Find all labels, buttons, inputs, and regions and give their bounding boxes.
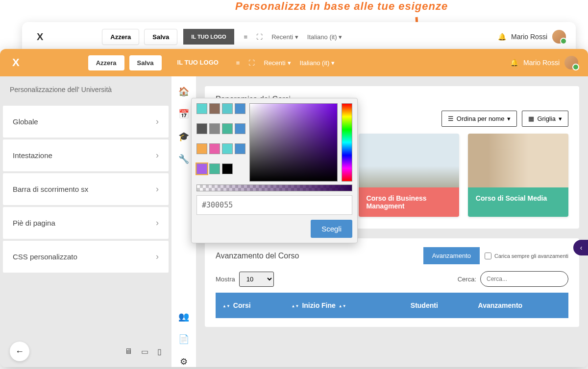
save-button-back[interactable]: Salva xyxy=(144,29,177,45)
language-dropdown[interactable]: Italiano (it) ▾ xyxy=(307,33,342,41)
card-image xyxy=(359,134,459,187)
hex-input[interactable] xyxy=(196,195,352,215)
chevron-right-icon: › xyxy=(156,116,159,127)
color-swatch[interactable] xyxy=(196,163,207,174)
color-swatch[interactable] xyxy=(209,103,220,114)
color-swatch[interactable] xyxy=(222,123,233,134)
show-select[interactable]: 10 xyxy=(239,272,274,287)
gear-icon[interactable]: ⚙ xyxy=(180,356,188,367)
color-swatch[interactable] xyxy=(222,163,233,174)
bell-icon[interactable]: 🔔 xyxy=(510,59,518,67)
username[interactable]: Mario Rossi xyxy=(511,33,547,41)
col-dates[interactable]: ▲▼Inizio Fine▲▼ xyxy=(286,294,404,317)
card-image xyxy=(468,134,568,187)
color-swatch[interactable] xyxy=(222,103,233,114)
alpha-slider[interactable] xyxy=(196,184,352,191)
username[interactable]: Mario Rossi xyxy=(523,59,560,67)
color-swatch[interactable] xyxy=(209,143,220,154)
col-courses[interactable]: ▲▼Corsi xyxy=(217,294,285,317)
color-swatch[interactable] xyxy=(196,103,207,114)
graduation-icon[interactable]: 🎓 xyxy=(178,131,189,142)
side-toggle[interactable]: ‹ xyxy=(573,240,588,255)
tablet-icon[interactable]: ▭ xyxy=(141,347,148,356)
fullscreen-icon[interactable]: ⛶ xyxy=(256,33,263,41)
back-button[interactable]: ← xyxy=(10,342,29,361)
progress-panel: Avanzamento del Corso Avanzamento Carica… xyxy=(205,238,579,327)
view-dropdown[interactable]: ▦ Griglia ▾ xyxy=(522,111,568,127)
color-swatch[interactable] xyxy=(222,143,233,154)
avatar[interactable] xyxy=(564,56,578,69)
reset-button-back[interactable]: Azzera xyxy=(102,29,139,45)
color-swatches xyxy=(196,103,245,182)
language-dropdown[interactable]: Italiano (it) ▾ xyxy=(300,59,335,67)
menu-icon[interactable]: ≡ xyxy=(244,33,248,41)
color-swatch[interactable] xyxy=(196,123,207,134)
always-load-checkbox[interactable]: Carica sempre gli avanzamenti xyxy=(485,253,568,259)
chevron-right-icon: › xyxy=(156,252,159,262)
logo-x-back: X xyxy=(37,31,43,43)
document-icon[interactable]: 📄 xyxy=(178,334,189,345)
avatar[interactable] xyxy=(552,30,566,44)
hue-slider[interactable] xyxy=(342,103,352,182)
search-label: Cerca: xyxy=(458,276,476,283)
sidebar: Personalizzazione dell' Università Globa… xyxy=(0,76,172,367)
course-card-social[interactable]: Corso di Social Media xyxy=(468,134,568,217)
card-title: Corso di Business Managment xyxy=(359,187,459,217)
wrench-icon[interactable]: 🔧 xyxy=(178,154,189,164)
course-card-business[interactable]: Corso di Business Managment xyxy=(359,134,459,217)
back-window-header: X Azzera Salva IL TUO LOGO ≡ ⛶ Recenti ▾… xyxy=(22,22,576,51)
fullscreen-icon[interactable]: ⛶ xyxy=(248,59,255,67)
chevron-right-icon: › xyxy=(156,150,159,161)
sidebar-item-header[interactable]: Intestazione› xyxy=(3,139,169,171)
annotation-text: Personalizza in base alle tue esigenze xyxy=(235,0,448,13)
chevron-right-icon: › xyxy=(156,218,159,228)
color-picker: Scegli xyxy=(191,98,358,243)
color-swatch[interactable] xyxy=(209,163,220,174)
header: X Azzera Salva IL TUO LOGO ≡ ⛶ Recenti ▾… xyxy=(0,49,588,76)
sidebar-item-footer[interactable]: Piè di pagina› xyxy=(3,207,169,239)
color-swatch[interactable] xyxy=(235,103,245,114)
calendar-icon[interactable]: 📅 xyxy=(178,109,189,119)
progress-title: Avanzamento del Corso xyxy=(216,252,299,260)
community-icon[interactable]: 👥 xyxy=(178,311,189,322)
sidebar-footer: ← 🖥 ▭ ▯ xyxy=(10,342,162,361)
sidebar-title: Personalizzazione dell' Università xyxy=(0,76,172,104)
reset-button[interactable]: Azzera xyxy=(88,55,124,70)
color-swatch[interactable] xyxy=(209,123,220,134)
bell-icon[interactable]: 🔔 xyxy=(498,33,506,41)
sidebar-item-css[interactable]: CSS personalizzato› xyxy=(3,241,169,273)
progress-button[interactable]: Avanzamento xyxy=(423,247,480,264)
sidebar-item-global[interactable]: Globale› xyxy=(3,106,169,138)
show-label: Mostra xyxy=(216,276,235,283)
progress-table: ▲▼Corsi ▲▼Inizio Fine▲▼ Studenti Avanzam… xyxy=(216,293,568,318)
recent-dropdown[interactable]: Recenti ▾ xyxy=(264,59,291,67)
mobile-icon[interactable]: ▯ xyxy=(157,347,162,356)
recent-dropdown[interactable]: Recenti ▾ xyxy=(271,33,298,41)
col-progress[interactable]: Avanzamento xyxy=(472,294,567,317)
sidebar-item-scrollbar[interactable]: Barra di scorrimento sx› xyxy=(3,173,169,205)
color-swatch[interactable] xyxy=(196,143,207,154)
logo-placeholder: IL TUO LOGO xyxy=(170,54,226,71)
home-icon[interactable]: 🏠 xyxy=(178,86,189,97)
desktop-icon[interactable]: 🖥 xyxy=(124,347,132,356)
sort-dropdown[interactable]: ☰ Ordina per nome ▾ xyxy=(441,111,517,127)
search-input[interactable] xyxy=(480,271,568,287)
color-swatch[interactable] xyxy=(235,123,245,134)
choose-button[interactable]: Scegli xyxy=(311,220,352,238)
col-students[interactable]: Studenti xyxy=(405,294,471,317)
logo-placeholder-back: IL TUO LOGO xyxy=(183,29,234,45)
gradient-area[interactable] xyxy=(249,103,338,182)
menu-icon[interactable]: ≡ xyxy=(236,59,240,67)
chevron-right-icon: › xyxy=(156,184,159,194)
color-swatch[interactable] xyxy=(235,143,245,154)
card-title: Corso di Social Media xyxy=(468,187,568,217)
save-button[interactable]: Salva xyxy=(129,55,162,70)
logo-x: X xyxy=(12,56,20,69)
